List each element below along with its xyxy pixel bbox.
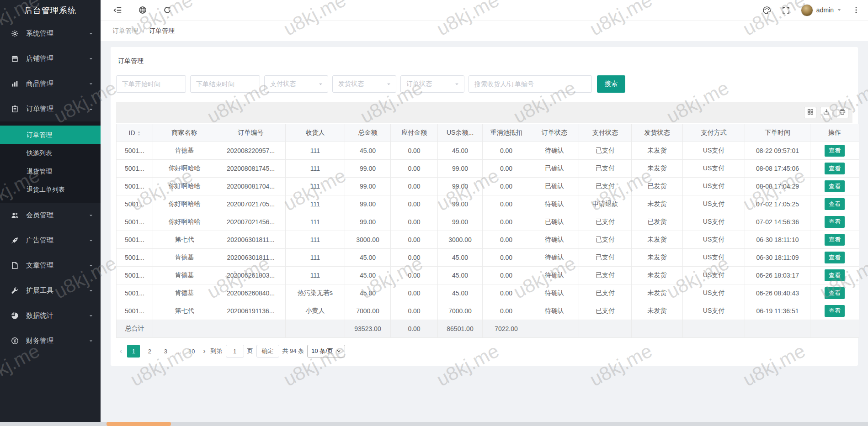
pay-status-select[interactable]: 支付状态 — [264, 75, 328, 93]
order-card: 订单管理 支付状态 发货状态 订单状态 搜索 — [111, 47, 858, 366]
pie-icon — [11, 312, 20, 320]
refresh-icon[interactable] — [163, 6, 171, 14]
content: 订单管理 支付状态 发货状态 订单状态 搜索 — [101, 41, 868, 426]
search-button[interactable]: 搜索 — [597, 75, 625, 93]
sidebar-subitem-3-3[interactable]: 退货工单列表 — [0, 180, 101, 199]
ship-status-select[interactable]: 发货状态 — [332, 75, 396, 93]
start-date-input[interactable] — [116, 75, 186, 93]
sidebar-item-1[interactable]: 店铺管理 — [0, 46, 101, 71]
chevron-down-icon — [89, 82, 93, 86]
goto-page-input[interactable] — [226, 345, 244, 358]
chevron-down-icon — [89, 289, 93, 293]
sidebar-item-8[interactable]: 数据统计 — [0, 303, 101, 328]
print-button[interactable] — [836, 107, 848, 118]
table-row: 5001...肯德基202008220957...11145.000.0045.… — [117, 142, 859, 160]
view-button[interactable]: 查看 — [825, 180, 845, 192]
view-button[interactable]: 查看 — [825, 305, 845, 317]
pagination-next[interactable]: › — [201, 347, 207, 355]
shop-icon — [11, 55, 20, 63]
horizontal-scrollbar[interactable] — [0, 422, 868, 426]
table-body: 5001...肯德基202008220957...11145.000.0045.… — [117, 142, 859, 338]
sidebar-item-9[interactable]: 财务管理 — [0, 328, 101, 353]
sort-icon[interactable]: ▲▼ — [138, 131, 141, 136]
sidebar-item-4[interactable]: 会员管理 — [0, 203, 101, 228]
search-input[interactable] — [469, 75, 592, 93]
view-button[interactable]: 查看 — [825, 287, 845, 299]
sidebar-item-5[interactable]: 广告管理 — [0, 228, 101, 253]
column-header-1: 商家名称 — [153, 124, 216, 142]
chevron-down-icon — [336, 349, 341, 353]
fullscreen-icon[interactable] — [782, 6, 790, 14]
goto-suffix: 页 — [247, 347, 253, 355]
column-header-13: 操作 — [810, 124, 859, 142]
breadcrumb-separator: / — [143, 27, 144, 35]
pagination-page-10[interactable]: 10 — [185, 345, 198, 358]
sidebar-subitem-3-2[interactable]: 退货管理 — [0, 162, 101, 180]
order-status-select[interactable]: 订单状态 — [400, 75, 464, 93]
column-header-11: 支付方式 — [683, 124, 745, 142]
view-button[interactable]: 查看 — [825, 216, 845, 228]
user-menu[interactable]: admin — [801, 4, 841, 16]
column-header-6: US余额... — [438, 124, 483, 142]
view-button[interactable]: 查看 — [825, 269, 845, 281]
filter-bar: 支付状态 发货状态 订单状态 搜索 — [116, 75, 852, 93]
pagination-page-2[interactable]: 2 — [143, 345, 156, 358]
column-header-3: 收货人 — [286, 124, 345, 142]
table-row: 5001...你好啊哈哈202007021456...11199.000.009… — [117, 213, 859, 231]
column-header-7: 重消池抵扣 — [483, 124, 530, 142]
sidebar: 后台管理系统 系统管理店铺管理商品管理订单管理订单管理快递列表退货管理退货工单列… — [0, 0, 101, 426]
goto-confirm-button[interactable]: 确定 — [256, 345, 279, 358]
column-header-12: 下单时间 — [745, 124, 810, 142]
sidebar-menu: 系统管理店铺管理商品管理订单管理订单管理快递列表退货管理退货工单列表会员管理广告… — [0, 21, 101, 353]
table-row: 5001...第七代202006191136...小黄人7000.000.007… — [117, 302, 859, 320]
chevron-down-icon — [89, 314, 93, 318]
main-area: admin 订单管理 / 订单管理 订单管理 支付状态 发货状态 — [101, 0, 868, 426]
sidebar-submenu: 订单管理快递列表退货管理退货工单列表 — [0, 121, 101, 203]
pagination-page-1[interactable]: 1 — [127, 345, 140, 358]
globe-icon[interactable] — [138, 6, 147, 14]
sidebar-item-2[interactable]: 商品管理 — [0, 71, 101, 96]
table-toolbar — [116, 102, 852, 123]
view-button[interactable]: 查看 — [825, 145, 845, 157]
pagination-page-3[interactable]: 3 — [159, 345, 172, 358]
column-header-10: 发货状态 — [632, 124, 683, 142]
column-settings-button[interactable] — [804, 107, 816, 118]
more-options-icon[interactable] — [852, 6, 860, 14]
column-header-4: 总金额 — [345, 124, 391, 142]
sidebar-item-6[interactable]: 文章管理 — [0, 253, 101, 278]
pagination-prev[interactable]: ‹ — [118, 347, 124, 355]
column-header-2: 订单编号 — [216, 124, 286, 142]
sidebar-subitem-3-0[interactable]: 订单管理 — [0, 126, 101, 144]
chevron-up-icon — [89, 107, 93, 111]
end-date-input[interactable] — [190, 75, 260, 93]
chevron-down-icon — [89, 213, 93, 218]
collapse-sidebar-icon[interactable] — [113, 6, 122, 15]
column-header-5: 应付金额 — [391, 124, 438, 142]
chevron-down-icon — [89, 32, 93, 36]
wrench-icon — [11, 287, 20, 295]
view-button[interactable]: 查看 — [825, 198, 845, 210]
sidebar-item-0[interactable]: 系统管理 — [0, 21, 101, 46]
order-icon — [11, 105, 20, 113]
per-page-select[interactable]: 10 条/页 — [307, 345, 345, 358]
view-button[interactable]: 查看 — [825, 252, 845, 263]
article-icon — [11, 262, 20, 269]
scrollbar-thumb[interactable] — [107, 422, 171, 426]
table-row: 5001...肯德基202006261803...11145.000.0045.… — [117, 267, 859, 284]
chevron-down-icon — [318, 82, 323, 87]
pagination: ‹ 123...10 › 到第 页 确定 共 94 条 10 条/页 — [116, 345, 852, 358]
view-button[interactable]: 查看 — [825, 234, 845, 246]
sidebar-item-7[interactable]: 扩展工具 — [0, 278, 101, 303]
app-title: 后台管理系统 — [0, 0, 101, 21]
export-button[interactable] — [820, 107, 832, 118]
column-header-0[interactable]: ID▲▼ — [117, 124, 153, 142]
view-button[interactable]: 查看 — [825, 163, 845, 174]
orders-table: ID▲▼商家名称订单编号收货人总金额应付金额US余额...重消池抵扣订单状态支付… — [116, 124, 859, 338]
breadcrumb-parent[interactable]: 订单管理 — [112, 27, 138, 35]
chevron-down-icon — [837, 8, 841, 12]
sidebar-item-3[interactable]: 订单管理 — [0, 96, 101, 121]
chevron-down-icon — [89, 57, 93, 61]
totals-row: 总合计93523.000.0086501.007022.00 — [117, 320, 859, 338]
sidebar-subitem-3-1[interactable]: 快递列表 — [0, 144, 101, 162]
theme-palette-icon[interactable] — [762, 6, 771, 15]
